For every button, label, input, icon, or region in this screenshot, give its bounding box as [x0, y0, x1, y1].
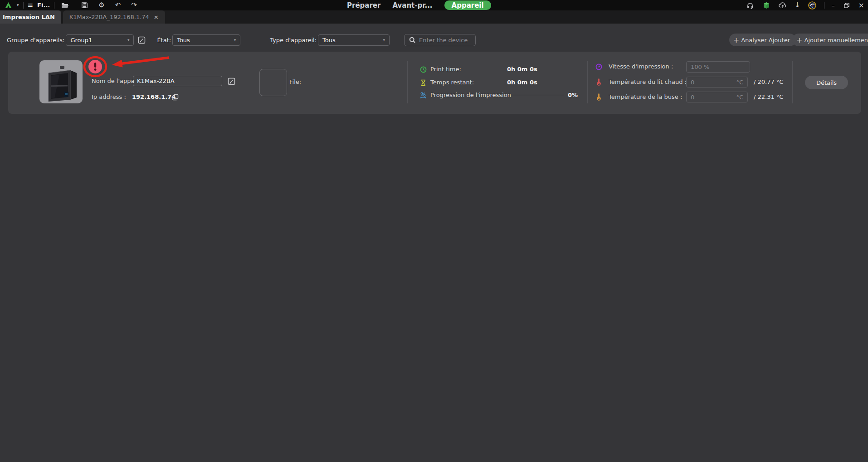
- open-file-button[interactable]: [60, 1, 69, 10]
- chevron-down-icon: ▾: [234, 38, 236, 42]
- group-select-value: Group1: [70, 37, 92, 44]
- tab-device-k1max[interactable]: K1Max-22BA_192.168.1.74 ×: [63, 10, 165, 24]
- copy-ip-button[interactable]: [171, 92, 180, 102]
- tab-impression-lan[interactable]: Impression LAN: [0, 10, 61, 24]
- bed-temp-row-icon: [594, 78, 603, 87]
- tab-close-icon[interactable]: ×: [154, 14, 159, 20]
- state-select[interactable]: Tous ▾: [172, 34, 240, 46]
- folder-open-icon: [61, 2, 69, 9]
- manual-add-label: Ajouter manuellement: [804, 37, 868, 44]
- file-menu[interactable]: Fi...: [37, 2, 50, 9]
- manual-add-button[interactable]: + Ajouter manuellement: [792, 34, 868, 46]
- plus-icon: +: [796, 36, 802, 44]
- scan-add-label: Analyser Ajouter: [741, 37, 790, 44]
- bed-thermometer-icon: [596, 78, 602, 86]
- close-button[interactable]: ×: [858, 2, 864, 9]
- edit-name-button[interactable]: [227, 77, 236, 86]
- toolbar-divider: [54, 2, 54, 9]
- device-name-label: Nom de l'appar: [92, 78, 134, 84]
- ip-label: Ip address :: [92, 93, 126, 100]
- remaining-label: Temps restant:: [430, 79, 474, 86]
- speed-row-icon: [594, 62, 603, 71]
- tab-label: Impression LAN: [3, 14, 55, 20]
- file-label: File:: [289, 78, 301, 85]
- download-icon[interactable]: ↓: [795, 2, 800, 9]
- toolbar-divider: [824, 2, 824, 9]
- filter-actions: + Analyser Ajouter + Ajouter manuellemen…: [729, 34, 868, 46]
- state-filter-label: État:: [157, 37, 171, 44]
- nozzle-temp-input-value: 0: [691, 94, 694, 101]
- search-icon: [409, 37, 416, 44]
- toolbar-left: ▾ ≡ Fi... ⚙ ↶ ↷: [0, 0, 137, 10]
- progress-label: Progression de l'impression: [430, 92, 511, 98]
- nozzle-temp-label: Température de la buse :: [609, 93, 682, 100]
- ip-value: 192.168.1.74: [132, 93, 176, 100]
- hamburger-icon[interactable]: ≡: [28, 2, 34, 9]
- title-bar: ▾ ≡ Fi... ⚙ ↶ ↷ Prép: [0, 0, 868, 10]
- redo-icon[interactable]: ↷: [131, 2, 137, 9]
- bed-temp-input[interactable]: 0 °C: [686, 77, 748, 88]
- progress-icon: [419, 92, 427, 99]
- minimize-button[interactable]: –: [832, 2, 835, 9]
- annotation-arrow: [119, 58, 169, 64]
- remaining-row-icon: [419, 78, 428, 87]
- speed-input-value: 100 %: [691, 63, 709, 70]
- save-icon: [81, 2, 88, 9]
- undo-icon[interactable]: ↶: [115, 2, 121, 9]
- nav-tab-preparer[interactable]: Préparer: [347, 1, 380, 10]
- plus-icon: +: [733, 36, 739, 44]
- nozzle-temp-input[interactable]: 0 °C: [686, 92, 748, 102]
- speed-input[interactable]: 100 %: [686, 61, 750, 73]
- nav-tab-avant-premiere[interactable]: Avant-pr...: [392, 1, 432, 10]
- nozzle-temp-unit: °C: [736, 94, 743, 101]
- type-filter-label: Type d'appareil:: [270, 37, 317, 44]
- model-library-button[interactable]: [762, 1, 771, 10]
- group-select[interactable]: Group1 ▾: [66, 34, 134, 46]
- group-filter-label: Groupe d'appareils:: [7, 37, 64, 44]
- toolbar-right: ↓ – ×: [746, 0, 868, 10]
- headset-icon: [746, 2, 754, 9]
- save-button[interactable]: [80, 1, 89, 10]
- app-logo-menu[interactable]: [4, 1, 13, 10]
- chevron-down-icon[interactable]: ▾: [17, 3, 19, 7]
- device-filter-bar: Groupe d'appareils: Group1 ▾ État: Tous …: [0, 33, 868, 47]
- speed-label: Vitesse d'impression :: [609, 63, 673, 70]
- details-button[interactable]: Détails: [805, 76, 848, 89]
- toolbar-divider: [23, 2, 24, 9]
- bed-temp-unit: °C: [736, 79, 743, 86]
- edit-group-button[interactable]: [137, 35, 146, 44]
- nozzle-temp-actual: / 22.31 °C: [754, 93, 783, 100]
- scan-add-button[interactable]: + Analyser Ajouter: [729, 34, 796, 46]
- card-divider: [792, 61, 793, 103]
- clock-icon: [420, 66, 427, 73]
- nav-tab-appareil[interactable]: Appareil: [444, 0, 491, 10]
- progress-bar: [507, 95, 564, 95]
- user-avatar[interactable]: [808, 1, 817, 10]
- progress-value: 0%: [568, 92, 578, 98]
- restore-button[interactable]: [842, 1, 851, 10]
- card-divider: [407, 61, 408, 103]
- bed-temp-label: Température du lit chaud :: [609, 78, 687, 85]
- cloud-upload-button[interactable]: [778, 1, 787, 10]
- speed-gauge-icon: [595, 63, 602, 70]
- chevron-down-icon: ▾: [127, 38, 130, 42]
- device-search-box[interactable]: [404, 34, 476, 46]
- hourglass-icon: [420, 79, 427, 86]
- device-card[interactable]: Nom de l'appar Ip address : 192.168.1.74…: [8, 52, 861, 114]
- nozzle-thermometer-icon: [596, 93, 602, 101]
- nozzle-temp-row-icon: [594, 92, 603, 102]
- cloud-upload-icon: [779, 2, 787, 9]
- main-nav: Préparer Avant-pr... Appareil: [347, 0, 491, 10]
- device-name-input[interactable]: [133, 76, 222, 86]
- document-tab-bar: Impression LAN K1Max-22BA_192.168.1.74 ×: [0, 10, 868, 24]
- print-time-label: Print time:: [430, 66, 461, 73]
- restore-icon: [844, 3, 849, 8]
- print-time-value: 0h 0m 0s: [507, 66, 537, 73]
- gear-icon[interactable]: ⚙: [98, 2, 104, 9]
- progress-row-icon: [419, 91, 428, 100]
- card-divider: [587, 61, 588, 103]
- search-input[interactable]: [419, 37, 469, 44]
- copy-icon: [172, 94, 179, 101]
- type-select[interactable]: Tous ▾: [318, 34, 390, 46]
- support-button[interactable]: [746, 1, 755, 10]
